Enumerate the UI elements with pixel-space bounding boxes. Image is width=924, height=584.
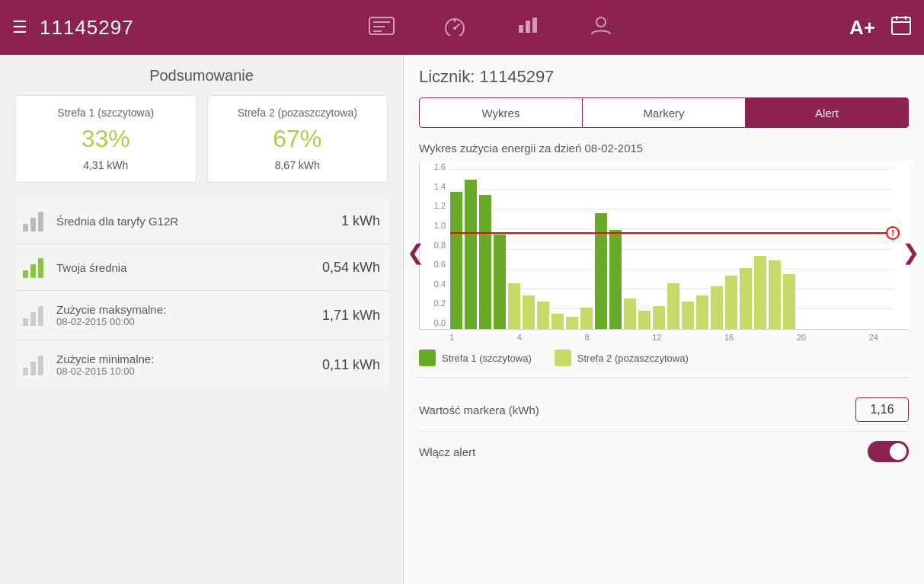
zone2-value: 8,67 kWh — [217, 159, 379, 171]
zone1-value: 4,31 kWh — [25, 159, 187, 171]
accessibility-label[interactable]: A+ — [849, 16, 875, 40]
x-label-24: 24 — [869, 333, 878, 342]
chart-bar-6 — [523, 295, 535, 329]
y-label-4: 0.8 — [421, 241, 446, 250]
zone1-percent: 33% — [25, 125, 187, 153]
tab-bar: Wykres Markery Alert — [419, 97, 909, 128]
stat-value-min: 0,11 kWh — [322, 357, 380, 373]
chart-bars — [450, 177, 886, 329]
y-label-2: 0.4 — [421, 279, 446, 289]
chart-bar-8 — [552, 314, 564, 329]
chart-bar-9 — [566, 317, 578, 329]
chart-bar-19 — [711, 286, 723, 329]
zone2-percent: 67% — [217, 125, 379, 153]
bar-icon-max — [23, 305, 56, 326]
alert-line: ! — [450, 232, 894, 234]
chart-bar-24 — [783, 274, 795, 329]
stat-row-avg-tariff: Średnia dla taryfy G12R 1 kWh — [15, 198, 388, 244]
x-label-12: 12 — [652, 333, 661, 342]
chart-legend: Strefa 1 (szczytowa) Strefa 2 (pozaszczy… — [419, 349, 909, 366]
chart-bar-23 — [769, 260, 781, 329]
gauge-icon[interactable] — [441, 14, 468, 41]
y-label-8: 1.6 — [421, 162, 446, 171]
y-label-5: 1.0 — [421, 221, 446, 230]
header: ☰ 11145297 — [0, 0, 924, 55]
marker-label: Wartość markera (kWh) — [419, 404, 855, 416]
zone1-card: Strefa 1 (szczytowa) 33% 4,31 kWh — [15, 95, 197, 183]
main-layout: Podsumowanie Strefa 1 (szczytowa) 33% 4,… — [0, 55, 924, 584]
tab-alert[interactable]: Alert — [745, 97, 909, 128]
left-panel: Podsumowanie Strefa 1 (szczytowa) 33% 4,… — [0, 55, 404, 584]
chart-bar-17 — [682, 302, 694, 329]
stat-label-avg-tariff: Średnia dla taryfy G12R — [56, 215, 341, 228]
legend-zone1: Strefa 1 (szczytowa) — [419, 349, 532, 366]
stat-row-min: Zużycie minimalne: 08-02-2015 10:00 0,11… — [15, 340, 388, 389]
chart-next-button[interactable]: ❯ — [902, 240, 919, 265]
chart-prev-button[interactable]: ❮ — [407, 240, 424, 265]
x-axis: 1 4 8 12 16 20 24 — [419, 330, 909, 342]
stat-value-your-avg: 0,54 kWh — [322, 260, 380, 276]
chart-bar-12 — [609, 230, 622, 329]
calendar-icon[interactable] — [890, 14, 912, 40]
chart-bar-18 — [696, 295, 708, 329]
y-label-6: 1.2 — [421, 201, 446, 210]
chart-bar-10 — [580, 308, 593, 329]
alert-toggle-label: Włącz alert — [419, 445, 868, 458]
user-icon[interactable] — [587, 14, 615, 41]
legend-label-zone1: Strefa 1 (szczytowa) — [442, 353, 532, 364]
chart-bar-14 — [638, 311, 651, 329]
legend-label-zone2: Strefa 2 (pozaszczytowa) — [577, 353, 689, 364]
x-label-20: 20 — [797, 333, 806, 342]
menu-icon[interactable]: ☰ — [12, 18, 27, 37]
tab-markery[interactable]: Markery — [583, 97, 745, 128]
svg-point-11 — [596, 18, 606, 27]
legend-zone2: Strefa 2 (pozaszczytowa) — [555, 349, 689, 366]
bar-icon-min — [23, 354, 56, 375]
chart-title: Wykres zużycia energii za dzień 08-02-20… — [419, 142, 909, 155]
svg-rect-9 — [526, 21, 530, 33]
svg-point-7 — [453, 27, 456, 30]
header-nav — [134, 14, 849, 41]
svg-rect-10 — [532, 18, 537, 33]
y-label-7: 1.4 — [421, 182, 446, 191]
header-right: A+ — [849, 14, 912, 40]
header-title: 11145297 — [40, 16, 134, 40]
chart-bar-21 — [740, 268, 752, 329]
marker-row: Wartość markera (kWh) 1,16 — [419, 388, 909, 432]
chart-bar-1 — [450, 192, 462, 329]
counter-title: Licznik: 11145297 — [419, 67, 909, 87]
y-label-0: 0.0 — [421, 318, 446, 327]
svg-rect-8 — [519, 25, 523, 33]
chart-bar-7 — [537, 302, 549, 329]
stat-value-avg-tariff: 1 kWh — [341, 213, 380, 229]
x-label-16: 16 — [724, 333, 734, 342]
legend-color-zone1 — [419, 349, 436, 366]
chart-bar-20 — [725, 276, 737, 329]
chart-container: 0.0 0.2 0.4 0.6 0.8 1.0 1.2 1.4 1.6 ! — [419, 162, 909, 330]
alert-circle: ! — [886, 226, 900, 240]
chart-bar-11 — [595, 213, 607, 329]
chart-bar-5 — [508, 283, 520, 329]
marker-value-box[interactable]: 1,16 — [855, 397, 909, 422]
stat-row-max: Zużycie maksymalne: 08-02-2015 00:00 1,7… — [15, 291, 388, 340]
alert-toggle-row: Włącz alert — [419, 432, 909, 471]
svg-rect-12 — [892, 18, 910, 34]
x-label-8: 8 — [584, 333, 589, 342]
right-panel: Licznik: 11145297 Wykres Markery Alert W… — [404, 55, 924, 584]
y-label-1: 0.2 — [421, 298, 446, 308]
meter-icon[interactable] — [368, 14, 395, 41]
chart-bar-3 — [479, 195, 491, 329]
stat-label-max: Zużycie maksymalne: 08-02-2015 00:00 — [56, 303, 322, 327]
alert-toggle-switch[interactable] — [868, 441, 909, 462]
stat-label-min: Zużycie minimalne: 08-02-2015 10:00 — [56, 353, 322, 377]
chart-wrapper: ❮ 0.0 0.2 0.4 0.6 0.8 1.0 1.2 1.4 1.6 — [419, 162, 909, 342]
toggle-knob — [890, 443, 906, 460]
bar-icon-gray — [23, 210, 56, 231]
chart-bar-2 — [465, 180, 477, 329]
tab-wykres[interactable]: Wykres — [419, 97, 583, 128]
zone-cards: Strefa 1 (szczytowa) 33% 4,31 kWh Strefa… — [15, 95, 388, 183]
bar-chart-icon[interactable] — [514, 14, 542, 41]
chart-bar-13 — [624, 298, 636, 329]
y-label-3: 0.6 — [421, 260, 446, 269]
chart-bar-22 — [754, 256, 766, 329]
